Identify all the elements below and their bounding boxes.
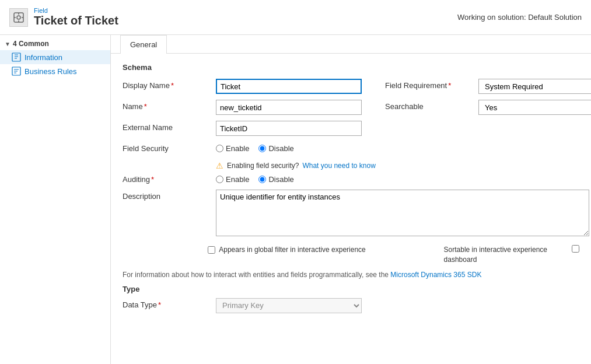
display-name-control — [216, 79, 362, 94]
data-type-row: Data Type* Primary Key Text Whole Number… — [123, 298, 579, 313]
display-name-row: Display Name* — [123, 79, 362, 94]
business-rules-icon — [12, 66, 21, 76]
sidebar-section-common: ▼ 4 Common Information — [0, 37, 110, 78]
searchable-label: Searchable — [385, 100, 478, 111]
auditing-enable-option[interactable]: Enable — [216, 175, 249, 184]
svg-point-1 — [17, 16, 20, 19]
auditing-disable-label: Disable — [268, 175, 293, 184]
svg-rect-6 — [12, 53, 20, 61]
name-input[interactable] — [216, 100, 362, 115]
tab-bar: General — [111, 35, 591, 54]
sidebar-item-business-rules[interactable]: Business Rules — [0, 64, 110, 78]
field-requirement-control: System Required Business Required Option… — [478, 79, 591, 94]
searchable-row: Searchable Yes No — [385, 100, 591, 115]
sortable-checkbox[interactable] — [572, 245, 579, 253]
solution-label: Working on solution: Default Solution — [457, 13, 582, 22]
sortable-option[interactable]: Sortable in interactive experience dashb… — [444, 244, 579, 265]
description-label: Description — [123, 190, 216, 201]
field-security-disable-label: Disable — [268, 144, 293, 153]
field-requirement-label: Field Requirement* — [385, 79, 478, 90]
field-security-warning: ⚠ Enabling field security? What you need… — [123, 159, 579, 173]
auditing-radio-group: Enable Disable — [216, 173, 579, 184]
appears-filter-label: Appears in global filter in interactive … — [219, 245, 365, 255]
external-name-row: External Name — [123, 121, 362, 136]
tab-general[interactable]: General — [120, 35, 167, 54]
external-name-control — [216, 121, 362, 136]
warning-text: Enabling field security? — [227, 162, 299, 170]
display-name-input[interactable] — [216, 79, 362, 94]
sidebar-section-header[interactable]: ▼ 4 Common — [0, 37, 110, 50]
auditing-disable-radio[interactable] — [258, 176, 266, 183]
sortable-label: Sortable in interactive experience dashb… — [444, 245, 568, 265]
sdk-link[interactable]: Microsoft Dynamics 365 SDK — [390, 271, 481, 279]
auditing-row: Auditing* Enable Disable — [123, 173, 579, 184]
description-textarea[interactable]: Unique identifier for entity instances — [216, 190, 589, 236]
auditing-enable-label: Enable — [226, 175, 249, 184]
field-requirement-select[interactable]: System Required Business Required Option… — [478, 79, 591, 94]
name-row: Name* — [123, 100, 362, 115]
auditing-enable-radio[interactable] — [216, 176, 223, 183]
sidebar-item-information[interactable]: Information — [0, 50, 110, 64]
app-icon — [9, 8, 28, 27]
warning-link[interactable]: What you need to know — [302, 162, 375, 170]
auditing-disable-option[interactable]: Disable — [258, 175, 293, 184]
page-title: Ticket of Ticket — [34, 14, 118, 27]
data-type-label: Data Type* — [123, 298, 216, 309]
field-requirement-row: Field Requirement* System Required Busin… — [385, 79, 591, 94]
field-security-label: Field Security — [123, 142, 216, 153]
description-control: Unique identifier for entity instances — [216, 190, 589, 238]
external-name-input[interactable] — [216, 121, 362, 136]
field-security-enable-label: Enable — [226, 144, 249, 153]
searchable-control: Yes No — [478, 100, 591, 115]
information-icon — [12, 52, 21, 62]
name-control — [216, 100, 362, 115]
data-type-control: Primary Key Text Whole Number Decimal Nu… — [216, 298, 579, 313]
sidebar-item-information-label: Information — [25, 53, 62, 62]
description-row: Description Unique identifier for entity… — [123, 190, 579, 238]
sidebar: ▼ 4 Common Information — [0, 35, 111, 364]
name-label: Name* — [123, 100, 216, 111]
field-security-radio-group: Enable Disable — [216, 142, 579, 153]
appears-filter-option[interactable]: Appears in global filter in interactive … — [208, 244, 408, 255]
field-security-enable-option[interactable]: Enable — [216, 144, 249, 153]
auditing-label: Auditing* — [123, 173, 216, 184]
collapse-icon: ▼ — [5, 41, 11, 47]
field-security-disable-radio[interactable] — [258, 145, 266, 152]
searchable-select[interactable]: Yes No — [478, 100, 591, 115]
form-content: Schema Display Name* — [111, 54, 591, 328]
type-section-title: Type — [123, 285, 579, 293]
header-subtitle: Field — [34, 7, 118, 14]
field-security-control: Enable Disable — [216, 142, 579, 153]
sidebar-item-business-rules-label: Business Rules — [25, 67, 77, 76]
auditing-control: Enable Disable — [216, 173, 579, 184]
data-type-select[interactable]: Primary Key Text Whole Number Decimal Nu… — [216, 298, 362, 313]
schema-section-title: Schema — [123, 63, 579, 72]
warning-icon: ⚠ — [216, 161, 223, 170]
field-security-enable-radio[interactable] — [216, 145, 223, 152]
field-security-disable-option[interactable]: Disable — [258, 144, 293, 153]
appears-filter-checkbox[interactable] — [208, 246, 215, 254]
content-area: General Schema Display Name* — [111, 35, 591, 364]
field-security-row: Field Security Enable Disable — [123, 142, 579, 153]
display-name-label: Display Name* — [123, 79, 216, 90]
sidebar-section-label: 4 Common — [13, 40, 49, 48]
external-name-label: External Name — [123, 121, 216, 132]
info-text: For information about how to interact wi… — [123, 271, 579, 279]
checkbox-row: Appears in global filter in interactive … — [123, 244, 579, 265]
